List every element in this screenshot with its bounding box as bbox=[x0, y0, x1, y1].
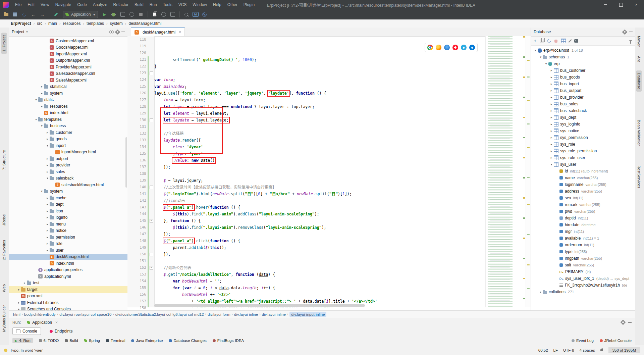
tool-window-button-spring[interactable]: Spring bbox=[84, 338, 100, 343]
tree-row-application-yml[interactable]: application.yml bbox=[9, 273, 127, 280]
markdown-button[interactable]: M bbox=[192, 10, 200, 18]
tree-row-goods[interactable]: ▸goods bbox=[9, 136, 127, 143]
safari-icon[interactable] bbox=[444, 45, 450, 50]
tree-row-application-properties[interactable]: application.properties bbox=[9, 267, 127, 273]
code-breadcrumb-item[interactable]: div#customerStatistica2.layui-col-lg6.la… bbox=[115, 312, 204, 316]
tree-chevron-icon[interactable]: ▸ bbox=[549, 143, 554, 146]
status-widget-4-spaces[interactable]: 4 spaces bbox=[580, 348, 595, 352]
hide-panel-icon[interactable] bbox=[629, 32, 633, 32]
tree-chevron-icon[interactable]: ▾ bbox=[549, 163, 554, 166]
scrollbar[interactable] bbox=[125, 137, 127, 188]
tree-chevron-icon[interactable]: ▸ bbox=[45, 203, 50, 206]
maximize-button[interactable] bbox=[613, 0, 629, 9]
menu-item-run[interactable]: Run bbox=[147, 0, 160, 9]
inspections-off-button[interactable] bbox=[201, 10, 209, 18]
tab-console[interactable]: Console bbox=[12, 327, 41, 335]
run-config-tab[interactable]: Application × bbox=[24, 319, 60, 325]
tree-row-inportmapper-xml[interactable]: InportMapper.xml bbox=[9, 51, 127, 57]
stop-icon[interactable] bbox=[554, 40, 557, 43]
breadcrumb-item-main[interactable]: main bbox=[48, 21, 57, 26]
db-row-name[interactable]: namevarchar(255) bbox=[531, 174, 635, 181]
db-row-sys-dept[interactable]: ▸sys_dept bbox=[531, 114, 635, 121]
tree-chevron-icon[interactable]: ▸ bbox=[549, 75, 554, 79]
hide-panel-icon[interactable] bbox=[121, 32, 125, 32]
tree-row-goodsmapper-xml[interactable]: GoodsMapper.xml bbox=[9, 44, 127, 51]
tree-chevron-icon[interactable]: ▸ bbox=[549, 122, 554, 126]
coverage-button[interactable] bbox=[119, 10, 127, 18]
memory-indicator[interactable]: 350 of 1965M bbox=[608, 347, 640, 353]
tree-row-scratches-and-consoles[interactable]: ▸Scratches and Consoles bbox=[9, 306, 127, 311]
tree-chevron-icon[interactable]: ▸ bbox=[17, 288, 21, 291]
tree-chevron-icon[interactable]: ▸ bbox=[45, 170, 50, 173]
tree-chevron-icon[interactable]: ▸ bbox=[45, 196, 50, 200]
db-row-address[interactable]: addressvarchar(255) bbox=[531, 188, 635, 195]
tree-chevron-icon[interactable]: ▸ bbox=[549, 136, 554, 139]
fold-marker[interactable]: − bbox=[150, 186, 153, 189]
db-row-bus-salesback[interactable]: ▸bus_salesback bbox=[531, 107, 635, 114]
tree-chevron-icon[interactable]: ▸ bbox=[549, 116, 554, 119]
code-breadcrumb-item[interactable]: div.layui-inline bbox=[234, 312, 258, 316]
tree-row-salesmapper-xml[interactable]: SalesMapper.xml bbox=[9, 77, 127, 84]
tree-chevron-icon[interactable]: ▸ bbox=[17, 307, 21, 310]
menu-item-refactor[interactable]: Refactor bbox=[110, 0, 131, 9]
fold-marker[interactable]: − bbox=[150, 253, 153, 256]
tree-chevron-icon[interactable]: ▸ bbox=[45, 216, 50, 219]
breadcrumb-item-system[interactable]: system bbox=[110, 21, 123, 26]
tree-row-salesback[interactable]: ▾salesback bbox=[9, 175, 127, 182]
profiler-button[interactable] bbox=[128, 10, 136, 18]
tool-window-button-terminal[interactable]: Terminal bbox=[106, 338, 125, 343]
fold-marker[interactable]: − bbox=[150, 71, 153, 75]
gear-icon[interactable] bbox=[621, 320, 625, 324]
filter-icon[interactable] bbox=[629, 40, 632, 42]
tree-chevron-icon[interactable]: ▾ bbox=[538, 55, 543, 59]
tree-row-cache[interactable]: ▸cache bbox=[9, 195, 127, 201]
firefox-icon[interactable] bbox=[436, 45, 441, 50]
db-row-loginname[interactable]: loginnamevarchar(255) bbox=[531, 181, 635, 188]
tree-row-provider[interactable]: ▸provider bbox=[9, 162, 127, 169]
tree-chevron-icon[interactable]: ▾ bbox=[34, 118, 38, 121]
tree-row-permission[interactable]: ▸permission bbox=[9, 234, 127, 241]
tool-window-button-event-log[interactable]: Event Log bbox=[572, 339, 594, 343]
tree-row-loginfo[interactable]: ▸loginfo bbox=[9, 214, 127, 221]
tool-button-restservices[interactable]: RestServices bbox=[636, 163, 642, 191]
editor-area[interactable]: deskManager.html × 118119120121122123−12… bbox=[127, 28, 531, 310]
db-row-erp-localhost[interactable]: ▾erp@localhost1 of 18 bbox=[531, 47, 635, 54]
db-row-type[interactable]: typeint(255) bbox=[531, 248, 635, 255]
status-widget-60-52[interactable]: 60:52 bbox=[538, 348, 548, 352]
tree-chevron-icon[interactable]: ▸ bbox=[45, 209, 50, 213]
fold-marker[interactable]: − bbox=[150, 266, 153, 270]
db-row-bus-provider[interactable]: ▸bus_provider bbox=[531, 94, 635, 101]
sync-button[interactable] bbox=[20, 10, 28, 18]
tree-chevron-icon[interactable]: ▾ bbox=[533, 49, 538, 52]
horizontal-scrollbar[interactable] bbox=[154, 304, 484, 307]
tree-row-customermapper-xml[interactable]: CustomerMapper.xml bbox=[9, 38, 127, 44]
db-row-sys-role-user[interactable]: ▸sys_role_user bbox=[531, 154, 635, 161]
db-row-remark[interactable]: remarkvarchar(255) bbox=[531, 201, 635, 208]
tree-chevron-icon[interactable]: ▸ bbox=[40, 85, 44, 88]
tree-row-pom-xml[interactable]: pom.xml bbox=[9, 293, 127, 300]
tree-row-notice[interactable]: ▸notice bbox=[9, 227, 127, 234]
tree-row-system[interactable]: ▸system bbox=[9, 90, 127, 97]
db-row-schemas[interactable]: ▾schemas1 bbox=[531, 54, 635, 60]
menu-item-edit[interactable]: Edit bbox=[24, 0, 38, 9]
debug-button[interactable] bbox=[110, 10, 118, 18]
tree-chevron-icon[interactable]: ▸ bbox=[45, 137, 50, 141]
tree-row-static[interactable]: ▾static bbox=[9, 97, 127, 103]
tree-chevron-icon[interactable]: ▸ bbox=[549, 149, 554, 153]
db-row-bus-goods[interactable]: ▸bus_goods bbox=[531, 74, 635, 81]
db-row-bus-inport[interactable]: ▸bus_inport bbox=[531, 81, 635, 87]
tree-row-target[interactable]: ▸target bbox=[9, 286, 127, 293]
tree-chevron-icon[interactable]: ▸ bbox=[549, 156, 554, 159]
tool-button-bean-validation[interactable]: Bean Validation bbox=[636, 117, 642, 149]
db-row-deptid[interactable]: deptidint(11) bbox=[531, 215, 635, 221]
tree-row-dept[interactable]: ▸dept bbox=[9, 201, 127, 208]
history-button[interactable] bbox=[160, 10, 168, 18]
menu-item-plugin[interactable]: Plugin bbox=[240, 0, 258, 9]
close-icon[interactable]: × bbox=[55, 320, 58, 325]
duplicate-icon[interactable] bbox=[540, 39, 543, 43]
db-row-sys-permission[interactable]: ▸sys_permission bbox=[531, 134, 635, 141]
tree-chevron-icon[interactable]: ▸ bbox=[40, 92, 44, 95]
database-tree[interactable]: ▾erp@localhost1 of 18▾schemas1▾erp▸bus_c… bbox=[531, 46, 635, 310]
tree-chevron-icon[interactable]: ▸ bbox=[538, 290, 543, 294]
menu-item-code[interactable]: Code bbox=[74, 0, 90, 9]
